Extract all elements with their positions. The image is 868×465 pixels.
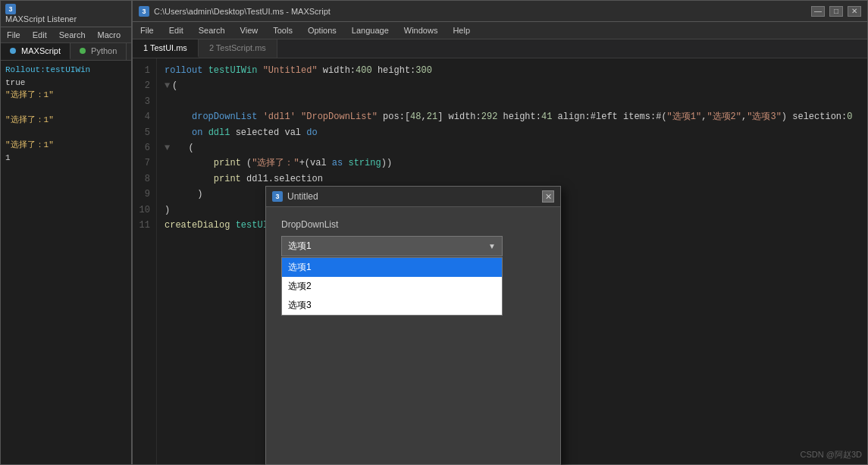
dropdown-container: 选项1 ▼ 选项1 选项2 选项3 (281, 236, 545, 316)
menu-windows[interactable]: Windows (396, 24, 446, 37)
output-line-5: "选择了：1" (5, 114, 127, 127)
dialog-close-button[interactable]: ✕ (542, 190, 554, 203)
maximize-button[interactable]: □ (829, 6, 843, 17)
dropdown-arrow-icon: ▼ (488, 242, 496, 250)
listener-menu-edit[interactable]: Edit (27, 29, 53, 41)
listener-window: 3 MAXScript Listener File Edit Search Ma… (0, 0, 132, 465)
listener-menu-macro[interactable]: Macro (92, 29, 127, 41)
output-line-7: "选择了：1" (5, 139, 127, 152)
output-line-1: Rollout:testUIWin (5, 64, 127, 77)
line-numbers: 1 2 3 4 5 6 7 8 9 10 11 (133, 58, 157, 464)
dropdown-selected[interactable]: 选项1 ▼ (281, 236, 503, 256)
tab-testui-label: 1 TestUI.ms (143, 43, 187, 52)
menu-help[interactable]: Help (445, 24, 478, 37)
menu-file[interactable]: File (133, 24, 161, 37)
dialog-titlebar-left: 3 Untitled (272, 191, 318, 202)
dropdown-item-1[interactable]: 选项1 (282, 258, 502, 277)
output-line-2: true (5, 77, 127, 90)
editor-titlebar: 3 C:\Users\admin\Desktop\TestUI.ms - MAX… (133, 1, 867, 22)
editor-app-icon: 3 (139, 6, 149, 17)
listener-menu-file[interactable]: File (1, 29, 27, 41)
tab-testscript[interactable]: 2 TestScript.ms (199, 39, 277, 58)
output-line-8: 1 (5, 152, 127, 165)
listener-tab-python[interactable]: Python (71, 43, 127, 60)
listener-output: Rollout:testUIWin true "选择了：1" "选择了：1" "… (1, 61, 131, 464)
dropdown-item-3[interactable]: 选项3 (282, 296, 502, 315)
tab-testui[interactable]: 1 TestUI.ms (133, 39, 199, 58)
tab-testscript-label: 2 TestScript.ms (209, 43, 266, 52)
dialog-app-icon: 3 (272, 191, 283, 202)
python-tab-label: Python (91, 46, 117, 55)
listener-tabs: MAXScript Python (1, 43, 131, 61)
watermark: CSDN @阿赵3D (801, 449, 862, 460)
untitled-dialog: 3 Untitled ✕ DropDownList 选项1 ▼ 选项1 选项2 … (265, 186, 561, 465)
menu-options[interactable]: Options (300, 24, 344, 37)
dropdown-item-2[interactable]: 选项2 (282, 277, 502, 296)
close-button[interactable]: ✕ (848, 6, 861, 17)
output-line-4 (5, 102, 127, 115)
dropdown-selected-value: 选项1 (288, 240, 312, 253)
listener-app-icon: 3 (5, 4, 16, 14)
listener-menu-search[interactable]: Search (53, 29, 92, 41)
listener-menubar: File Edit Search Macro (1, 27, 131, 43)
menu-view[interactable]: View (233, 24, 266, 37)
listener-tab-maxscript[interactable]: MAXScript (1, 43, 71, 60)
output-line-6 (5, 127, 127, 140)
menu-edit[interactable]: Edit (161, 24, 191, 37)
python-tab-dot (80, 48, 86, 54)
dropdown-label: DropDownList (281, 219, 545, 230)
editor-titlebar-controls: — □ ✕ (811, 6, 861, 17)
maxscript-tab-dot (10, 48, 16, 54)
menu-tools[interactable]: Tools (265, 24, 300, 37)
dialog-titlebar: 3 Untitled ✕ (266, 187, 560, 207)
listener-titlebar-left: 3 MAXScript Listener (5, 4, 77, 24)
listener-titlebar: 3 MAXScript Listener (1, 1, 131, 27)
editor-menubar: File Edit Search View Tools Options Lang… (133, 22, 867, 39)
minimize-button[interactable]: — (811, 6, 825, 17)
dialog-content: DropDownList 选项1 ▼ 选项1 选项2 选项3 (266, 207, 560, 464)
listener-title: MAXScript Listener (5, 14, 77, 24)
dropdown-list: 选项1 选项2 选项3 (281, 257, 503, 316)
maxscript-tab-label: MAXScript (21, 46, 61, 55)
dialog-title: Untitled (287, 191, 318, 202)
dialog-spacer (281, 316, 545, 452)
editor-titlebar-left: 3 C:\Users\admin\Desktop\TestUI.ms - MAX… (139, 6, 331, 17)
menu-language[interactable]: Language (344, 24, 396, 37)
output-line-3: "选择了：1" (5, 89, 127, 102)
menu-search[interactable]: Search (191, 24, 233, 37)
editor-title: C:\Users\admin\Desktop\TestUI.ms - MAXSc… (154, 7, 331, 16)
editor-tabs: 1 TestUI.ms 2 TestScript.ms (133, 39, 867, 58)
